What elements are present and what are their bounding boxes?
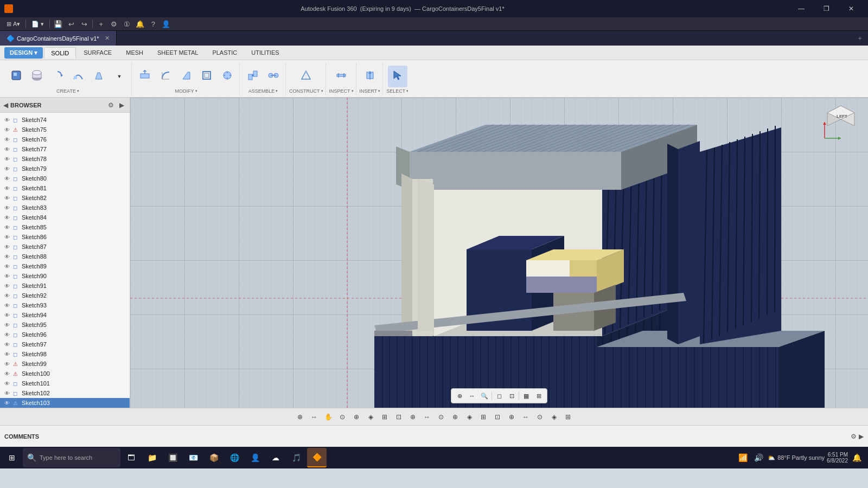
help-icon[interactable]: ? [147, 18, 159, 30]
snap-btn-11[interactable]: ⊙ [435, 410, 448, 423]
browser-item-sketch85[interactable]: 👁◻Sketch85 [0, 222, 130, 232]
chamfer-button[interactable] [176, 66, 196, 87]
close-button[interactable]: ✕ [839, 0, 864, 17]
time-display[interactable]: 6:51 PM 6/8/2022 [827, 452, 848, 464]
snap-btn-2[interactable]: ↔ [308, 410, 321, 423]
browser-item-sketch101[interactable]: 👁◻Sketch101 [0, 378, 130, 388]
restore-button[interactable]: ❐ [814, 0, 839, 17]
snap-btn-3[interactable]: ✋ [322, 410, 335, 423]
pan-button[interactable]: ↔ [466, 390, 478, 402]
file-menu-button[interactable]: 📄 ▾ [28, 20, 47, 29]
snap-btn-15[interactable]: ⊡ [491, 410, 504, 423]
file-explorer-button[interactable]: 📁 [142, 448, 162, 467]
loft-button[interactable] [89, 66, 108, 87]
browser-item-sketch98[interactable]: 👁◻Sketch98 [0, 349, 130, 359]
browser-item-sketch77[interactable]: 👁◻Sketch77 [0, 144, 130, 154]
move-button[interactable] [218, 66, 237, 87]
browser-item-sketch100[interactable]: 👁⚠Sketch100 [0, 369, 130, 378]
press-pull-button[interactable] [135, 66, 155, 87]
extrude-button[interactable] [27, 66, 47, 87]
chrome-button[interactable]: 🌐 [225, 448, 244, 467]
shell-button[interactable] [197, 66, 216, 87]
browser-item-sketch87[interactable]: 👁◻Sketch87 [0, 242, 130, 252]
browser-item-sketch90[interactable]: 👁◻Sketch90 [0, 271, 130, 281]
visual-style-button[interactable]: ⊞ [533, 390, 545, 402]
spotify-button[interactable]: 🎵 [286, 448, 306, 467]
view-cube-svg[interactable]: LEFT [819, 103, 863, 146]
browser-item-sketch102[interactable]: 👁◻Sketch102 [0, 388, 130, 398]
new-component-button[interactable] [7, 66, 26, 87]
insert-label[interactable]: INSERT ▾ [360, 88, 381, 95]
snap-btn-18[interactable]: ⊙ [533, 410, 546, 423]
browser-item-sketch78[interactable]: 👁◻Sketch78 [0, 154, 130, 164]
active-file-tab[interactable]: 🔷 CargoContainersDay5Final v1* ✕ [0, 31, 117, 46]
construct-label[interactable]: CONSTRUCT ▾ [289, 88, 323, 95]
save-button[interactable]: 💾 [52, 18, 64, 30]
assemble-label[interactable]: ASSEMBLE ▾ [248, 88, 278, 95]
browser-item-sketch97[interactable]: 👁◻Sketch97 [0, 339, 130, 349]
file-tab-close-icon[interactable]: ✕ [105, 35, 110, 42]
joint-button[interactable] [243, 66, 263, 87]
sweep-button[interactable] [68, 66, 88, 87]
tab-mesh[interactable]: MESH [119, 47, 150, 58]
modify-label[interactable]: MODIFY ▾ [175, 88, 197, 95]
snap-btn-6[interactable]: ◈ [364, 410, 377, 423]
browser-item-sketch92[interactable]: 👁◻Sketch92 [0, 291, 130, 300]
fit-button[interactable]: ◻ [493, 390, 505, 402]
snap-btn-16[interactable]: ⊕ [505, 410, 518, 423]
browser-item-sketch84[interactable]: 👁◻Sketch84 [0, 213, 130, 222]
snap-btn-10[interactable]: ↔ [420, 410, 433, 423]
browser-settings-button[interactable]: ⚙ [106, 100, 116, 110]
browser-item-sketch103[interactable]: 👁⚠Sketch103 [0, 398, 130, 408]
snap-btn-8[interactable]: ⊡ [392, 410, 405, 423]
design-dropdown[interactable]: DESIGN ▾ [4, 47, 43, 59]
motion-link-button[interactable] [264, 66, 283, 87]
browser-item-sketch81[interactable]: 👁◻Sketch81 [0, 183, 130, 193]
browser-item-sketch75[interactable]: 👁⚠Sketch75 [0, 125, 130, 134]
mail-button[interactable]: 📧 [183, 448, 203, 467]
undo-button[interactable]: ↩ [65, 18, 77, 30]
browser-item-sketch95[interactable]: 👁◻Sketch95 [0, 320, 130, 330]
badge-icon[interactable]: ① [121, 18, 133, 30]
teams-button[interactable]: 👤 [245, 448, 265, 467]
select-label[interactable]: SELECT ▾ [386, 88, 409, 95]
search-button[interactable]: 🔍 Type here to search [23, 448, 120, 467]
browser-item-sketch74[interactable]: 👁◻Sketch74 [0, 115, 130, 125]
viewport[interactable]: M... M... M... LEFT [130, 98, 868, 408]
snap-btn-17[interactable]: ↔ [519, 410, 532, 423]
amazon-button[interactable]: 📦 [204, 448, 224, 467]
snap-btn-19[interactable]: ◈ [547, 410, 560, 423]
fusion-taskbar-button[interactable]: 🔶 [307, 448, 327, 467]
tab-plastic[interactable]: PLASTIC [206, 47, 244, 58]
browser-item-sketch83[interactable]: 👁◻Sketch83 [0, 203, 130, 213]
snap-btn-20[interactable]: ⊞ [561, 410, 575, 423]
task-view-button[interactable]: 🗔 [122, 448, 141, 467]
browser-item-sketch89[interactable]: 👁◻Sketch89 [0, 261, 130, 271]
minimize-button[interactable]: — [789, 0, 814, 17]
account-icon[interactable]: 👤 [160, 18, 172, 30]
weather-info[interactable]: ⛅ 88°F Partly sunny [768, 454, 825, 461]
browser-item-sketch76[interactable]: 👁◻Sketch76 [0, 134, 130, 144]
onedrive-button[interactable]: ☁ [266, 448, 285, 467]
construct-button[interactable] [296, 66, 316, 87]
more-create-button[interactable]: ▼ [110, 66, 129, 87]
settings-icon[interactable]: ⚙ [108, 18, 120, 30]
inspect-label[interactable]: INSPECT ▾ [329, 88, 354, 95]
orbit-button[interactable]: ⊕ [454, 390, 465, 402]
view-toggle-button[interactable]: ⊡ [506, 390, 518, 402]
browser-item-sketch79[interactable]: 👁◻Sketch79 [0, 164, 130, 174]
tab-sheet-metal[interactable]: SHEET METAL [151, 47, 205, 58]
tab-utilities[interactable]: UTILITIES [245, 47, 285, 58]
select-button[interactable] [388, 66, 407, 87]
snap-btn-5[interactable]: ⊕ [350, 410, 363, 423]
new-tab-button[interactable]: + [95, 18, 107, 30]
tab-surface[interactable]: SURFACE [77, 47, 118, 58]
browser-expand-button[interactable]: ▶ [117, 100, 126, 110]
snap-btn-7[interactable]: ⊞ [378, 410, 391, 423]
browser-item-sketch86[interactable]: 👁◻Sketch86 [0, 232, 130, 242]
browser-item-sketch91[interactable]: 👁◻Sketch91 [0, 281, 130, 291]
snap-btn-4[interactable]: ⊙ [336, 410, 349, 423]
snap-btn-12[interactable]: ⊕ [449, 410, 462, 423]
comments-settings-button[interactable]: ⚙ [851, 433, 857, 440]
snap-btn-13[interactable]: ◈ [463, 410, 476, 423]
